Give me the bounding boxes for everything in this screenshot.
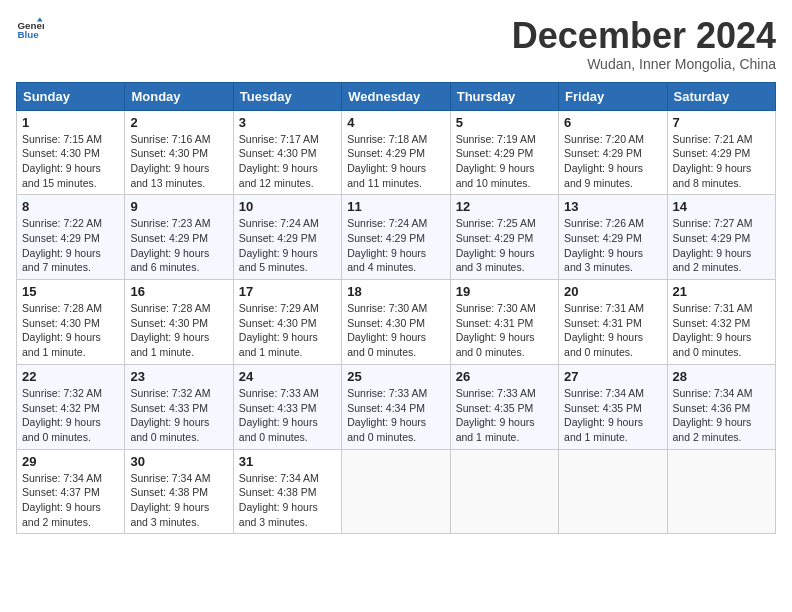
weekday-header-cell: Tuesday — [233, 82, 341, 110]
day-number: 11 — [347, 199, 444, 214]
day-number: 18 — [347, 284, 444, 299]
day-number: 28 — [673, 369, 770, 384]
day-detail: Sunrise: 7:33 AMSunset: 4:34 PMDaylight:… — [347, 386, 444, 445]
calendar-cell: 29Sunrise: 7:34 AMSunset: 4:37 PMDayligh… — [17, 449, 125, 534]
calendar-cell: 21Sunrise: 7:31 AMSunset: 4:32 PMDayligh… — [667, 280, 775, 365]
calendar-week-row: 15Sunrise: 7:28 AMSunset: 4:30 PMDayligh… — [17, 280, 776, 365]
day-number: 13 — [564, 199, 661, 214]
day-number: 14 — [673, 199, 770, 214]
calendar-week-row: 29Sunrise: 7:34 AMSunset: 4:37 PMDayligh… — [17, 449, 776, 534]
calendar-cell: 22Sunrise: 7:32 AMSunset: 4:32 PMDayligh… — [17, 364, 125, 449]
title-area: December 2024 Wudan, Inner Mongolia, Chi… — [512, 16, 776, 72]
day-number: 3 — [239, 115, 336, 130]
day-detail: Sunrise: 7:28 AMSunset: 4:30 PMDaylight:… — [22, 301, 119, 360]
day-detail: Sunrise: 7:26 AMSunset: 4:29 PMDaylight:… — [564, 216, 661, 275]
day-detail: Sunrise: 7:19 AMSunset: 4:29 PMDaylight:… — [456, 132, 553, 191]
calendar-cell: 24Sunrise: 7:33 AMSunset: 4:33 PMDayligh… — [233, 364, 341, 449]
day-number: 1 — [22, 115, 119, 130]
calendar-cell: 28Sunrise: 7:34 AMSunset: 4:36 PMDayligh… — [667, 364, 775, 449]
day-detail: Sunrise: 7:24 AMSunset: 4:29 PMDaylight:… — [239, 216, 336, 275]
day-detail: Sunrise: 7:31 AMSunset: 4:31 PMDaylight:… — [564, 301, 661, 360]
calendar-cell: 16Sunrise: 7:28 AMSunset: 4:30 PMDayligh… — [125, 280, 233, 365]
day-number: 7 — [673, 115, 770, 130]
day-detail: Sunrise: 7:23 AMSunset: 4:29 PMDaylight:… — [130, 216, 227, 275]
calendar-cell: 1Sunrise: 7:15 AMSunset: 4:30 PMDaylight… — [17, 110, 125, 195]
day-detail: Sunrise: 7:30 AMSunset: 4:30 PMDaylight:… — [347, 301, 444, 360]
day-number: 26 — [456, 369, 553, 384]
month-title: December 2024 — [512, 16, 776, 56]
day-detail: Sunrise: 7:17 AMSunset: 4:30 PMDaylight:… — [239, 132, 336, 191]
day-number: 30 — [130, 454, 227, 469]
day-number: 20 — [564, 284, 661, 299]
calendar-cell: 10Sunrise: 7:24 AMSunset: 4:29 PMDayligh… — [233, 195, 341, 280]
calendar-cell: 18Sunrise: 7:30 AMSunset: 4:30 PMDayligh… — [342, 280, 450, 365]
day-number: 6 — [564, 115, 661, 130]
calendar-cell: 30Sunrise: 7:34 AMSunset: 4:38 PMDayligh… — [125, 449, 233, 534]
calendar-week-row: 1Sunrise: 7:15 AMSunset: 4:30 PMDaylight… — [17, 110, 776, 195]
calendar-week-row: 22Sunrise: 7:32 AMSunset: 4:32 PMDayligh… — [17, 364, 776, 449]
day-number: 10 — [239, 199, 336, 214]
day-number: 24 — [239, 369, 336, 384]
day-detail: Sunrise: 7:34 AMSunset: 4:35 PMDaylight:… — [564, 386, 661, 445]
calendar-cell: 6Sunrise: 7:20 AMSunset: 4:29 PMDaylight… — [559, 110, 667, 195]
day-detail: Sunrise: 7:24 AMSunset: 4:29 PMDaylight:… — [347, 216, 444, 275]
calendar-cell: 9Sunrise: 7:23 AMSunset: 4:29 PMDaylight… — [125, 195, 233, 280]
day-detail: Sunrise: 7:20 AMSunset: 4:29 PMDaylight:… — [564, 132, 661, 191]
day-detail: Sunrise: 7:32 AMSunset: 4:33 PMDaylight:… — [130, 386, 227, 445]
header: General Blue December 2024 Wudan, Inner … — [16, 16, 776, 72]
day-detail: Sunrise: 7:15 AMSunset: 4:30 PMDaylight:… — [22, 132, 119, 191]
day-number: 4 — [347, 115, 444, 130]
day-detail: Sunrise: 7:29 AMSunset: 4:30 PMDaylight:… — [239, 301, 336, 360]
calendar-cell: 7Sunrise: 7:21 AMSunset: 4:29 PMDaylight… — [667, 110, 775, 195]
calendar-cell — [342, 449, 450, 534]
weekday-header-row: SundayMondayTuesdayWednesdayThursdayFrid… — [17, 82, 776, 110]
calendar-week-row: 8Sunrise: 7:22 AMSunset: 4:29 PMDaylight… — [17, 195, 776, 280]
day-detail: Sunrise: 7:21 AMSunset: 4:29 PMDaylight:… — [673, 132, 770, 191]
day-detail: Sunrise: 7:34 AMSunset: 4:38 PMDaylight:… — [239, 471, 336, 530]
day-detail: Sunrise: 7:28 AMSunset: 4:30 PMDaylight:… — [130, 301, 227, 360]
logo: General Blue — [16, 16, 44, 44]
logo-icon: General Blue — [16, 16, 44, 44]
calendar-cell — [667, 449, 775, 534]
weekday-header-cell: Friday — [559, 82, 667, 110]
day-detail: Sunrise: 7:34 AMSunset: 4:36 PMDaylight:… — [673, 386, 770, 445]
day-detail: Sunrise: 7:16 AMSunset: 4:30 PMDaylight:… — [130, 132, 227, 191]
location-title: Wudan, Inner Mongolia, China — [512, 56, 776, 72]
calendar-cell: 4Sunrise: 7:18 AMSunset: 4:29 PMDaylight… — [342, 110, 450, 195]
day-detail: Sunrise: 7:31 AMSunset: 4:32 PMDaylight:… — [673, 301, 770, 360]
day-detail: Sunrise: 7:22 AMSunset: 4:29 PMDaylight:… — [22, 216, 119, 275]
day-number: 19 — [456, 284, 553, 299]
weekday-header-cell: Monday — [125, 82, 233, 110]
day-number: 21 — [673, 284, 770, 299]
day-number: 8 — [22, 199, 119, 214]
calendar-cell: 26Sunrise: 7:33 AMSunset: 4:35 PMDayligh… — [450, 364, 558, 449]
calendar-cell: 31Sunrise: 7:34 AMSunset: 4:38 PMDayligh… — [233, 449, 341, 534]
weekday-header-cell: Sunday — [17, 82, 125, 110]
calendar-cell: 25Sunrise: 7:33 AMSunset: 4:34 PMDayligh… — [342, 364, 450, 449]
weekday-header-cell: Saturday — [667, 82, 775, 110]
day-number: 17 — [239, 284, 336, 299]
day-detail: Sunrise: 7:27 AMSunset: 4:29 PMDaylight:… — [673, 216, 770, 275]
day-detail: Sunrise: 7:32 AMSunset: 4:32 PMDaylight:… — [22, 386, 119, 445]
day-number: 25 — [347, 369, 444, 384]
day-number: 12 — [456, 199, 553, 214]
calendar-cell: 23Sunrise: 7:32 AMSunset: 4:33 PMDayligh… — [125, 364, 233, 449]
weekday-header-cell: Wednesday — [342, 82, 450, 110]
calendar-cell: 20Sunrise: 7:31 AMSunset: 4:31 PMDayligh… — [559, 280, 667, 365]
weekday-header-cell: Thursday — [450, 82, 558, 110]
calendar-cell: 19Sunrise: 7:30 AMSunset: 4:31 PMDayligh… — [450, 280, 558, 365]
calendar-cell — [450, 449, 558, 534]
calendar-cell: 15Sunrise: 7:28 AMSunset: 4:30 PMDayligh… — [17, 280, 125, 365]
day-detail: Sunrise: 7:33 AMSunset: 4:35 PMDaylight:… — [456, 386, 553, 445]
day-number: 31 — [239, 454, 336, 469]
day-detail: Sunrise: 7:33 AMSunset: 4:33 PMDaylight:… — [239, 386, 336, 445]
day-number: 15 — [22, 284, 119, 299]
day-detail: Sunrise: 7:34 AMSunset: 4:38 PMDaylight:… — [130, 471, 227, 530]
day-detail: Sunrise: 7:25 AMSunset: 4:29 PMDaylight:… — [456, 216, 553, 275]
day-number: 27 — [564, 369, 661, 384]
calendar-cell: 13Sunrise: 7:26 AMSunset: 4:29 PMDayligh… — [559, 195, 667, 280]
day-detail: Sunrise: 7:30 AMSunset: 4:31 PMDaylight:… — [456, 301, 553, 360]
calendar-cell: 11Sunrise: 7:24 AMSunset: 4:29 PMDayligh… — [342, 195, 450, 280]
calendar-cell: 3Sunrise: 7:17 AMSunset: 4:30 PMDaylight… — [233, 110, 341, 195]
calendar-cell: 27Sunrise: 7:34 AMSunset: 4:35 PMDayligh… — [559, 364, 667, 449]
